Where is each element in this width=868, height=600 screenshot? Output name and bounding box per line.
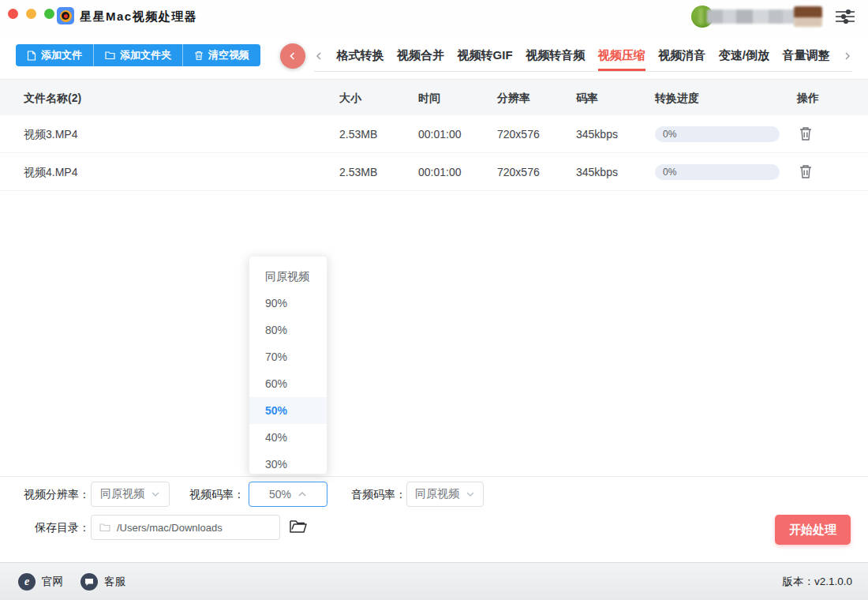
- globe-e-icon: e: [18, 573, 36, 591]
- table-header: 文件名称(2) 大小 时间 分辨率 码率 转换进度 操作: [0, 79, 868, 115]
- app-window: 星星Mac视频处理器 添加文件 添加文件夹 清空视频: [0, 0, 868, 600]
- toolbar: 添加文件 添加文件夹 清空视频: [16, 44, 260, 66]
- customer-support-link[interactable]: 客服: [80, 563, 125, 600]
- tab-video-to-gif[interactable]: 视频转GIF: [458, 41, 513, 71]
- trash-icon: [798, 126, 814, 142]
- app-title: 星星Mac视频处理器: [80, 0, 197, 33]
- table-row: 视频3.MP4 2.53MB 00:01:00 720x576 345kbps …: [0, 115, 868, 153]
- resolution-value: 同原视频: [100, 487, 144, 501]
- option-30[interactable]: 30%: [249, 451, 327, 474]
- tab-video-mute[interactable]: 视频消音: [658, 41, 705, 71]
- bitrate-label: 视频码率：: [189, 482, 245, 507]
- save-path-input[interactable]: /Users/mac/Downloads: [91, 515, 280, 540]
- table-row: 视频4.MP4 2.53MB 00:01:00 720x576 345kbps …: [0, 153, 868, 191]
- chat-bubble-icon: [80, 573, 98, 591]
- support-label: 客服: [104, 575, 125, 589]
- chevron-up-icon: [297, 489, 307, 499]
- progress-bar: 0%: [655, 164, 780, 180]
- cell-bitrate: 345kbps: [576, 153, 618, 191]
- cell-size: 2.53MB: [339, 153, 377, 191]
- col-resolution: 分辨率: [497, 80, 530, 116]
- option-80[interactable]: 80%: [249, 317, 327, 343]
- app-logo-icon: [57, 7, 74, 24]
- clear-videos-button[interactable]: 清空视频: [182, 44, 260, 66]
- cell-filename: 视频3.MP4: [24, 115, 77, 153]
- tabs-scroll-left[interactable]: [314, 51, 324, 62]
- chevron-right-icon: [843, 51, 852, 62]
- progress-bar: 0%: [655, 126, 780, 142]
- col-size: 大小: [339, 80, 361, 116]
- save-dir-label: 保存目录：: [35, 515, 90, 540]
- cell-size: 2.53MB: [339, 115, 377, 153]
- censored-username: [707, 9, 795, 24]
- option-60[interactable]: 60%: [249, 370, 327, 397]
- browse-folder-button[interactable]: [289, 518, 308, 537]
- resolution-select[interactable]: 同原视频: [91, 482, 170, 507]
- chevron-down-icon: [466, 489, 475, 499]
- cell-bitrate: 345kbps: [576, 115, 618, 153]
- cell-resolution: 720x576: [497, 115, 540, 153]
- chevron-down-icon: [151, 489, 160, 499]
- footer: e 官网 客服 版本：v2.1.0.0: [0, 562, 868, 600]
- col-bitrate: 码率: [576, 80, 598, 116]
- bitrate-value: 50%: [269, 488, 291, 501]
- delete-row-button[interactable]: [797, 163, 814, 181]
- delete-row-button[interactable]: [797, 126, 814, 143]
- settings-panel: 视频分辨率： 同原视频 视频码率： 50% 音频码率： 同原视频 保存目录： /…: [0, 476, 868, 562]
- option-70[interactable]: 70%: [249, 343, 327, 370]
- cell-resolution: 720x576: [497, 153, 540, 191]
- option-40[interactable]: 40%: [249, 424, 327, 451]
- audio-bitrate-select[interactable]: 同原视频: [406, 482, 484, 507]
- cell-filename: 视频4.MP4: [24, 153, 77, 191]
- option-50-selected[interactable]: 50%: [249, 397, 327, 424]
- trash-icon: [194, 51, 204, 61]
- tab-format-convert[interactable]: 格式转换: [337, 41, 384, 71]
- option-90[interactable]: 90%: [249, 290, 327, 317]
- audio-bitrate-label: 音频码率：: [351, 482, 406, 507]
- back-bubble-button[interactable]: [280, 43, 305, 69]
- clear-videos-label: 清空视频: [208, 48, 249, 62]
- add-file-button[interactable]: 添加文件: [16, 44, 93, 66]
- cell-duration: 00:01:00: [418, 153, 462, 191]
- close-window-button[interactable]: [8, 9, 18, 19]
- cell-duration: 00:01:00: [418, 115, 462, 153]
- website-label: 官网: [42, 575, 63, 589]
- add-file-label: 添加文件: [41, 48, 82, 62]
- col-progress: 转换进度: [655, 80, 699, 116]
- add-folder-label: 添加文件夹: [120, 48, 171, 62]
- start-processing-button[interactable]: 开始处理: [775, 515, 851, 545]
- minimize-window-button[interactable]: [26, 9, 36, 19]
- tab-speed-reverse[interactable]: 变速/倒放: [719, 41, 769, 71]
- col-actions: 操作: [797, 80, 819, 116]
- settings-sliders-icon[interactable]: [835, 9, 855, 24]
- chevron-left-icon: [288, 51, 297, 61]
- zoom-window-button[interactable]: [44, 9, 54, 19]
- tab-video-merge[interactable]: 视频合并: [397, 41, 444, 71]
- col-filename: 文件名称(2): [24, 80, 81, 116]
- version-text: 版本：v2.1.0.0: [782, 563, 852, 600]
- folder-icon: [105, 51, 115, 60]
- tab-video-compress[interactable]: 视频压缩: [598, 41, 645, 71]
- tab-volume-adjust[interactable]: 音量调整: [782, 41, 829, 71]
- bitrate-select[interactable]: 50%: [249, 482, 327, 507]
- bitrate-dropdown: 同原视频 90% 80% 70% 60% 50% 40% 30%: [249, 256, 327, 474]
- tab-strip: 格式转换 视频合并 视频转GIF 视频转音频 视频压缩 视频消音 变速/倒放 音…: [314, 41, 852, 72]
- add-folder-button[interactable]: 添加文件夹: [93, 44, 182, 66]
- tabs-scroll-right[interactable]: [843, 51, 852, 62]
- censored-vip-badge: [794, 6, 822, 27]
- col-duration: 时间: [418, 80, 440, 116]
- doc-icon: [27, 51, 36, 61]
- resolution-label: 视频分辨率：: [24, 482, 90, 507]
- audio-bitrate-value: 同原视频: [415, 487, 459, 501]
- chevron-left-icon: [314, 51, 324, 62]
- trash-icon: [798, 163, 814, 180]
- official-website-link[interactable]: e 官网: [18, 563, 63, 600]
- titlebar: 星星Mac视频处理器: [0, 0, 868, 33]
- option-original[interactable]: 同原视频: [249, 263, 327, 290]
- folder-icon: [99, 523, 110, 532]
- folder-open-icon: [289, 518, 308, 535]
- tab-video-to-audio[interactable]: 视频转音频: [526, 41, 585, 71]
- save-path-value: /Users/mac/Downloads: [117, 522, 223, 534]
